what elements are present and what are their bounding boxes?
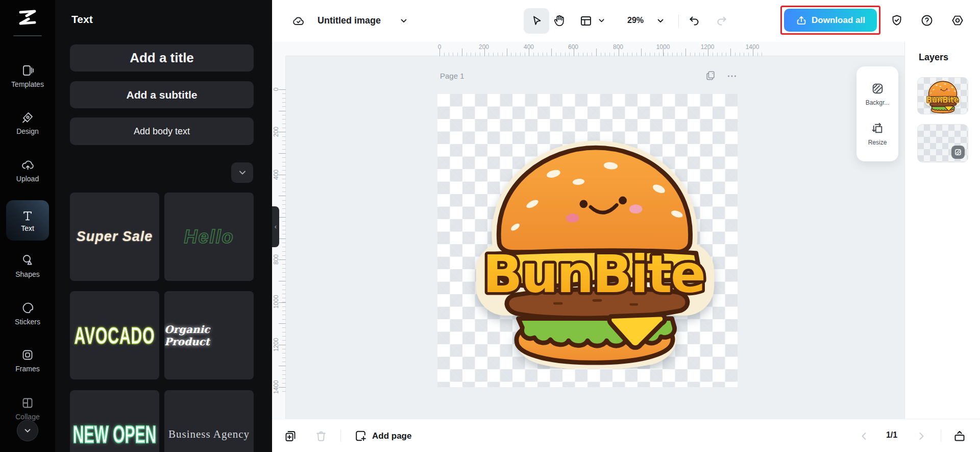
document-title-dropdown[interactable]	[400, 17, 408, 25]
sidebar-item-text[interactable]: Text	[6, 200, 49, 241]
text-style-label: Super Sale	[77, 229, 153, 245]
settings-button[interactable]	[951, 14, 964, 27]
chevron-right-icon	[916, 431, 926, 441]
text-style-card[interactable]: AVOCADO	[70, 291, 159, 379]
frames-icon	[21, 348, 34, 362]
add-subtitle-button[interactable]: Add a subtitle	[70, 81, 254, 108]
undo-icon	[688, 14, 701, 28]
resize-icon	[871, 122, 885, 135]
page-more-button[interactable]	[726, 72, 738, 81]
present-button[interactable]	[953, 430, 966, 443]
sidebar-item-label: Templates	[11, 80, 44, 88]
ruler-mark: 400	[273, 163, 280, 186]
undo-button[interactable]	[688, 14, 701, 28]
ruler-horizontal: 0 200 400 600 800 1000 1200 1400	[286, 42, 905, 56]
ruler-mark: 1200	[273, 334, 280, 356]
redo-button[interactable]	[715, 14, 728, 28]
chevron-down-icon	[656, 17, 665, 25]
burger-logo-sticker[interactable]	[464, 123, 725, 369]
text-style-card[interactable]: Organic Product	[164, 291, 254, 379]
add-page-label: Add page	[372, 431, 411, 441]
text-style-label: Business Agency	[168, 428, 250, 441]
sidebar-item-upload[interactable]: Upload	[0, 158, 55, 183]
sidebar-more-button[interactable]	[17, 420, 38, 441]
text-style-label: NEW OPEN	[73, 420, 156, 448]
layer-thumbnail-background[interactable]	[917, 124, 968, 162]
sidebar-item-collage[interactable]: Collage	[0, 396, 55, 421]
redo-icon	[715, 14, 728, 28]
layout-dropdown[interactable]	[598, 17, 605, 25]
layer-thumbnail-logo[interactable]	[917, 77, 968, 114]
sidebar-item-templates[interactable]: Templates	[0, 64, 55, 88]
text-style-label: AVOCADO	[74, 322, 155, 349]
layers-panel: Layers	[905, 42, 980, 419]
sidebar-item-label: Stickers	[15, 318, 40, 326]
trash-icon	[314, 430, 328, 443]
add-body-text-button[interactable]: Add body text	[70, 117, 254, 145]
ruler-mark: 800	[607, 43, 629, 51]
sidebar-item-label: Text	[21, 224, 34, 232]
resize-tool[interactable]: Resize	[868, 122, 887, 146]
more-horizontal-icon	[726, 72, 738, 81]
layer-logo-preview	[923, 78, 962, 114]
hand-icon	[552, 14, 566, 28]
sidebar-item-design[interactable]: Design	[0, 111, 55, 135]
chevron-down-icon	[400, 17, 408, 25]
sidebar-item-stickers[interactable]: Stickers	[0, 301, 55, 326]
add-page-button[interactable]: Add page	[354, 429, 411, 443]
hand-tool-button[interactable]	[552, 14, 566, 28]
ruler-mark: 400	[518, 43, 540, 51]
duplicate-page-button[interactable]	[284, 430, 297, 443]
ruler-mark: 200	[273, 121, 280, 143]
text-panel: Text Add a title Add a subtitle Add body…	[55, 0, 272, 452]
help-button[interactable]	[920, 14, 934, 27]
ruler-mark: 600	[562, 43, 584, 51]
layout-tool-button[interactable]	[579, 14, 593, 28]
ruler-mark: 0	[273, 78, 280, 101]
next-page-button[interactable]	[916, 431, 926, 441]
ruler-corner	[272, 42, 286, 56]
zoom-control[interactable]: 29%	[623, 16, 648, 25]
sidebar-item-label: Frames	[15, 365, 39, 373]
cloud-save-status[interactable]	[291, 14, 306, 28]
safety-button[interactable]	[890, 14, 903, 27]
prev-page-button[interactable]	[859, 431, 869, 441]
download-all-label: Download all	[812, 15, 865, 26]
canvas-viewport[interactable]: 0 200 400 600 800 1000 1200 1400 0 200 4…	[272, 42, 905, 419]
panel-collapse-handle[interactable]: ‹	[272, 206, 279, 247]
text-style-label: Hello	[184, 226, 234, 248]
text-style-card[interactable]: NEW OPEN	[70, 390, 159, 452]
add-title-button[interactable]: Add a title	[70, 44, 254, 72]
background-tool[interactable]: Backgr...	[866, 82, 890, 106]
rail-divider	[13, 35, 42, 36]
export-icon	[796, 15, 807, 26]
sidebar-item-shapes[interactable]: Shapes	[0, 253, 55, 278]
duplicate-page-icon-button[interactable]	[705, 70, 716, 81]
sidebar-item-label: Design	[16, 127, 39, 135]
panel-title: Text	[71, 13, 93, 26]
page-label[interactable]: Page 1	[440, 72, 464, 80]
ruler-mark: 0	[428, 43, 451, 51]
chevron-down-icon	[598, 17, 605, 25]
zoom-dropdown[interactable]	[656, 17, 665, 25]
sidebar-item-label: Shapes	[15, 270, 39, 278]
toolbar-divider	[678, 14, 679, 28]
present-icon	[953, 430, 966, 443]
sidebar-item-frames[interactable]: Frames	[0, 348, 55, 373]
ruler-mark: 1400	[273, 376, 280, 398]
delete-page-button[interactable]	[314, 430, 328, 443]
text-style-card[interactable]: Hello	[164, 193, 254, 281]
help-icon	[920, 14, 934, 27]
select-tool-button[interactable]	[524, 8, 549, 34]
sidebar-rail: Templates Design Upload Text	[0, 0, 55, 452]
download-all-button[interactable]: Download all	[784, 9, 877, 32]
upload-icon	[21, 158, 35, 172]
gear-icon	[951, 14, 964, 27]
background-layer-badge	[951, 146, 965, 159]
document-title[interactable]: Untitled image	[317, 15, 381, 26]
text-style-card[interactable]: Business Agency	[164, 390, 254, 452]
cursor-arrow-icon	[530, 14, 543, 28]
capcut-logo[interactable]	[0, 8, 55, 27]
expand-section-button[interactable]	[231, 162, 253, 183]
text-style-card[interactable]: Super Sale	[70, 193, 159, 281]
